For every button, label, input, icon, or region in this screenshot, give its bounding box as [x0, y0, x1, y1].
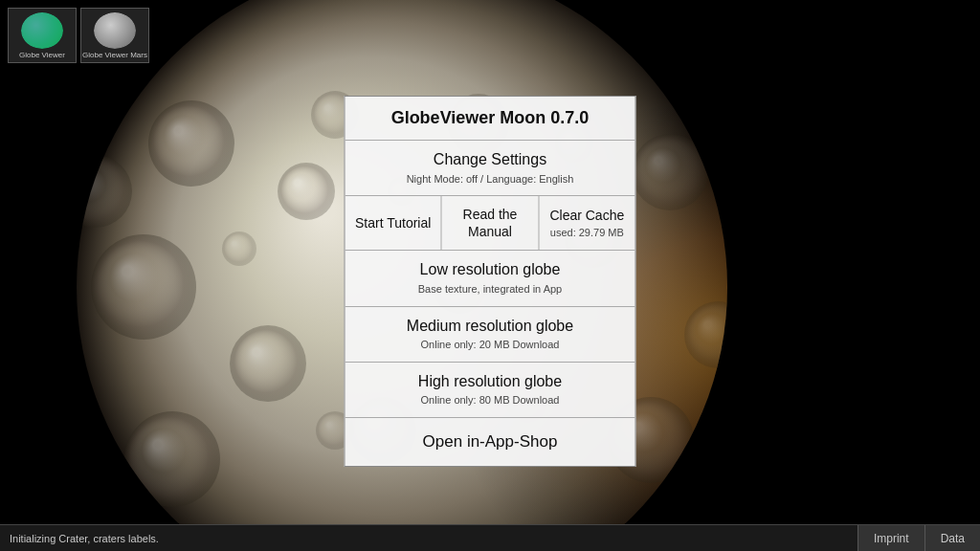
- menu-panel: GlobeViewer Moon 0.7.0 Change Settings N…: [345, 96, 636, 467]
- start-tutorial-button[interactable]: Start Tutorial: [345, 196, 442, 250]
- change-settings-button[interactable]: Change Settings Night Mode: off / Langua…: [345, 141, 635, 196]
- clear-cache-button[interactable]: Clear Cache used: 29.79 MB: [539, 196, 635, 250]
- imprint-button[interactable]: Imprint: [858, 525, 924, 552]
- app-icons: Globe Viewer Globe Viewer Mars: [8, 8, 149, 63]
- app-icon-label-mars: Globe Viewer Mars: [82, 51, 147, 59]
- moon-globe-icon: [94, 12, 136, 49]
- read-manual-button[interactable]: Read the Manual: [442, 196, 539, 250]
- app-icon-label-earth: Globe Viewer: [19, 51, 65, 59]
- status-bar: Initializing Crater, craters labels. Imp…: [0, 524, 980, 551]
- medium-res-globe-button[interactable]: Medium resolution globe Online only: 20 …: [345, 307, 635, 363]
- earth-globe-icon: [21, 12, 63, 49]
- low-res-globe-button[interactable]: Low resolution globe Base texture, integ…: [345, 251, 635, 306]
- menu-title: GlobeViewer Moon 0.7.0: [345, 97, 635, 141]
- tutorial-manual-cache-row: Start Tutorial Read the Manual Clear Cac…: [345, 196, 635, 251]
- app-icon-globeviewer-mars[interactable]: Globe Viewer Mars: [80, 8, 149, 63]
- data-button[interactable]: Data: [924, 525, 980, 552]
- open-shop-button[interactable]: Open in-App-Shop: [345, 418, 635, 466]
- status-message: Initializing Crater, craters labels.: [0, 533, 858, 544]
- app-icon-globeviewer[interactable]: Globe Viewer: [8, 8, 77, 63]
- high-res-globe-button[interactable]: High resolution globe Online only: 80 MB…: [345, 363, 635, 418]
